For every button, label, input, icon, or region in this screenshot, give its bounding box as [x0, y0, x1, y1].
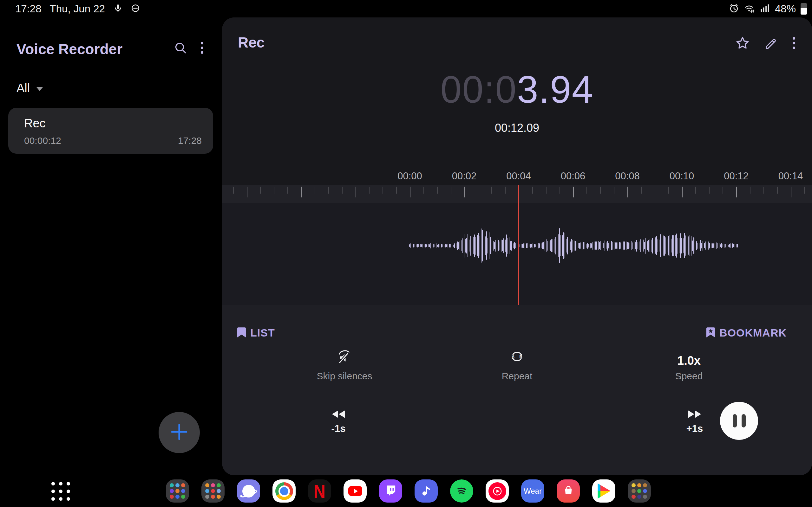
- ruler-tick: [369, 187, 369, 193]
- elapsed-time-active: 3.94: [517, 68, 594, 111]
- player-controls: LIST BOOKMARK: [222, 305, 812, 475]
- app-google-play[interactable]: [592, 480, 615, 503]
- player-actions: [735, 36, 796, 52]
- sidebar-more-icon[interactable]: [200, 41, 204, 56]
- ruler-tick: [777, 187, 778, 193]
- chevron-down-icon: [36, 87, 43, 91]
- waveform-band: [222, 185, 812, 305]
- recording-list-item[interactable]: Rec 00:00:12 17:28: [8, 108, 213, 154]
- ruler-tick: [600, 187, 601, 193]
- netflix-icon: N: [314, 480, 326, 502]
- app-twitch[interactable]: [379, 480, 402, 503]
- app-folder-2[interactable]: [201, 480, 224, 503]
- samsung-internet-icon: [242, 485, 255, 498]
- app-galaxy-store[interactable]: [557, 480, 580, 503]
- music-note-icon: [420, 484, 433, 498]
- status-bar: 17:28 Thu, Jun 22: [0, 0, 812, 17]
- taskbar-apps: N: [166, 480, 651, 503]
- app-spotify[interactable]: [450, 480, 473, 503]
- status-date: Thu, Jun 22: [50, 3, 105, 15]
- app-samsung-internet[interactable]: [237, 480, 260, 503]
- forward-1s-button[interactable]: +1s: [663, 409, 726, 435]
- ruler-tick: [274, 187, 274, 193]
- list-button[interactable]: LIST: [237, 327, 275, 339]
- app-wear[interactable]: Wear: [521, 480, 544, 503]
- do-not-disturb-icon: [131, 4, 140, 14]
- app-folder-1[interactable]: [166, 480, 189, 503]
- status-left: 17:28 Thu, Jun 22: [15, 0, 140, 17]
- timeline-labels: 00:0000:0200:0400:0600:0800:1000:1200:14: [222, 170, 812, 183]
- ruler-tick: [451, 187, 451, 193]
- fast-forward-icon: [663, 409, 726, 420]
- ruler-tick: [423, 187, 424, 193]
- new-recording-button[interactable]: [159, 412, 200, 453]
- ruler-tick: [505, 187, 506, 193]
- ruler-tick: [804, 187, 805, 193]
- player-panel: Rec 00:0: [222, 17, 812, 475]
- plus-icon: [169, 422, 189, 443]
- ruler-tick: [655, 187, 655, 193]
- app-chrome[interactable]: [272, 480, 296, 503]
- folder-icon: [170, 483, 185, 499]
- recording-duration: 00:00:12: [24, 135, 61, 146]
- ruler-tick: [546, 187, 547, 193]
- skip-silences-icon: [336, 349, 353, 368]
- svg-text:A: A: [512, 354, 514, 359]
- filter-dropdown[interactable]: All: [16, 81, 43, 95]
- edit-pencil-icon[interactable]: [764, 36, 778, 52]
- speed-button[interactable]: 1.0x Speed: [641, 348, 737, 382]
- rewind-label: -1s: [307, 423, 370, 435]
- app-netflix[interactable]: N: [308, 480, 331, 503]
- screen: 17:28 Thu, Jun 22: [0, 0, 812, 507]
- timeline-label: 00:02: [452, 170, 477, 182]
- skip-silences-label: Skip silences: [297, 371, 392, 382]
- rewind-icon: [307, 409, 370, 420]
- sidebar-actions: [174, 41, 204, 56]
- ruler-tick: [750, 187, 751, 193]
- waveform[interactable]: [409, 223, 739, 268]
- timeline-ruler[interactable]: [222, 185, 812, 203]
- ruler-tick: [437, 187, 438, 193]
- filter-label: All: [16, 81, 30, 95]
- ruler-tick: [396, 187, 397, 193]
- player-title: Rec: [238, 34, 264, 51]
- speed-label: Speed: [641, 371, 737, 382]
- bookmark-star-icon: [706, 327, 715, 339]
- app-folder-3[interactable]: [628, 480, 651, 503]
- twitch-icon: [384, 484, 398, 499]
- ruler-tick: [233, 187, 234, 193]
- rewind-1s-button[interactable]: -1s: [307, 409, 370, 435]
- ruler-tick: [491, 187, 492, 193]
- ruler-tick: [573, 187, 574, 198]
- search-icon[interactable]: [174, 41, 187, 56]
- pause-icon: [733, 414, 737, 428]
- elapsed-time-dim: 00:0: [440, 68, 517, 111]
- signal-icon: [760, 3, 770, 14]
- app-youtube-music[interactable]: [486, 480, 509, 503]
- skip-silences-button[interactable]: Skip silences: [297, 348, 392, 382]
- ruler-tick: [478, 187, 478, 193]
- ruler-tick: [641, 187, 642, 193]
- ruler-tick: [342, 187, 343, 193]
- app-drawer-button[interactable]: [49, 480, 72, 503]
- player-more-icon[interactable]: [792, 36, 796, 52]
- recording-name: Rec: [24, 117, 46, 130]
- ruler-tick: [328, 187, 329, 193]
- favorite-star-icon[interactable]: [735, 36, 750, 52]
- app-samsung-music[interactable]: [415, 480, 438, 503]
- app-youtube[interactable]: [344, 480, 367, 503]
- battery-percent: 48%: [775, 3, 796, 15]
- timeline-label: 00:14: [778, 170, 803, 182]
- playhead[interactable]: [518, 185, 519, 305]
- folder-icon: [631, 483, 647, 499]
- repeat-button[interactable]: A B Repeat: [469, 348, 565, 382]
- ruler-tick: [464, 187, 465, 198]
- chrome-icon: [275, 482, 293, 500]
- bookmark-button[interactable]: BOOKMARK: [706, 327, 786, 339]
- status-right: 48%: [729, 0, 807, 17]
- ruler-tick: [315, 187, 315, 193]
- sidebar: Voice Recorder All Rec 00:00:12 17:28: [0, 17, 222, 475]
- bookmark-icon: [237, 327, 246, 339]
- list-label: LIST: [250, 327, 275, 339]
- ruler-tick: [247, 187, 247, 198]
